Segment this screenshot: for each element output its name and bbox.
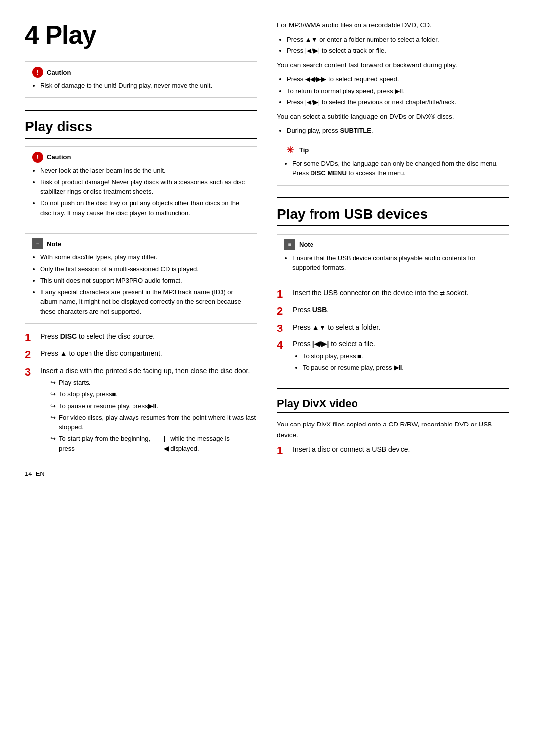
step-number-1: 1 bbox=[25, 331, 41, 344]
right-bullet-list-1: Press ▲▼ or enter a folder number to sel… bbox=[277, 35, 509, 56]
caution-header-1: ! Caution bbox=[32, 67, 250, 78]
divx-step-content-1: Insert a disc or connect a USB device. bbox=[293, 444, 509, 455]
chapter-number: 4 bbox=[25, 20, 39, 49]
section-divider-3 bbox=[277, 388, 509, 389]
section-divider-1 bbox=[25, 110, 257, 111]
note-icon-1: ≡ bbox=[32, 238, 43, 249]
usb-step-4: 4 Press |◀/▶| to select a file. To stop … bbox=[277, 339, 509, 377]
right-bullet-2-1: To return to normal play speed, press ▶I… bbox=[287, 86, 509, 96]
right-bullet-list-2: Press ◀◀/▶▶ to select required speed. To… bbox=[277, 74, 509, 107]
tip-list: For some DVDs, the language can only be … bbox=[284, 159, 502, 178]
note-box-usb: ≡ Note Ensure that the USB device contai… bbox=[277, 234, 509, 280]
caution-icon-2: ! bbox=[32, 152, 43, 163]
play-divx-title: Play DivX video bbox=[277, 397, 509, 413]
mp3-intro-text: For MP3/WMA audio files on a recordable … bbox=[277, 20, 509, 31]
page-lang: EN bbox=[36, 470, 44, 477]
note-item-1-0: With some disc/file types, play may diff… bbox=[40, 252, 250, 262]
usb-step-number-1: 1 bbox=[277, 288, 293, 301]
step-3-arrow-1: To stop play, press ■. bbox=[50, 389, 257, 399]
note-list-1: With some disc/file types, play may diff… bbox=[32, 252, 250, 316]
caution-list-2: Never look at the laser beam inside the … bbox=[32, 166, 250, 218]
subtitle-bold: SUBTITLE bbox=[340, 127, 371, 134]
usb-step-number-2: 2 bbox=[277, 305, 293, 318]
step-number-3: 3 bbox=[25, 366, 41, 378]
subtitle-text: You can select a subtitle language on DV… bbox=[277, 111, 509, 122]
step-1-bold: DISC bbox=[60, 332, 77, 340]
step-3-arrow-3: For video discs, play always resumes fro… bbox=[50, 413, 257, 432]
usb-bold: USB bbox=[312, 306, 327, 314]
chapter-title: 4 Play bbox=[25, 20, 257, 49]
caution-item-2-0: Never look at the laser beam inside the … bbox=[40, 166, 250, 176]
usb-step-3: 3 Press ▲▼ to select a folder. bbox=[277, 322, 509, 335]
caution-label-1: Caution bbox=[47, 69, 71, 76]
usb-step-content-1: Insert the USB connector on the device i… bbox=[293, 288, 509, 298]
divx-step-number-1: 1 bbox=[277, 444, 293, 457]
note-header-1: ≡ Note bbox=[32, 238, 250, 249]
page-number: 14 EN bbox=[25, 470, 257, 477]
subtitle-bullet-item: During play, press SUBTITLE. bbox=[287, 126, 509, 136]
step-3-arrow-list: Play starts. To stop play, press ■. To p… bbox=[41, 378, 257, 454]
tip-item-0: For some DVDs, the language can only be … bbox=[292, 159, 502, 178]
section-divider-2 bbox=[277, 197, 509, 198]
chapter-title-text: Play bbox=[45, 20, 96, 49]
note-label-1: Note bbox=[47, 240, 61, 248]
note-icon-usb: ≡ bbox=[284, 239, 295, 250]
right-bullet-1-1: Press |◀/▶| to select a track or file. bbox=[287, 46, 509, 56]
usb-step-content-4: Press |◀/▶| to select a file. To stop pl… bbox=[293, 339, 509, 377]
search-text: You can search content fast forward or b… bbox=[277, 60, 509, 71]
right-bullet-2-0: Press ◀◀/▶▶ to select required speed. bbox=[287, 74, 509, 84]
play-discs-steps: 1 Press DISC to select the disc source. … bbox=[25, 331, 257, 455]
step-3-arrow-2: To pause or resume play, press ▶II. bbox=[50, 401, 257, 411]
step-2: 2 Press ▲ to open the disc compartment. bbox=[25, 348, 257, 361]
step-number-2: 2 bbox=[25, 348, 41, 361]
step-2-bold: ▲ bbox=[60, 349, 67, 357]
usb-step-content-3: Press ▲▼ to select a folder. bbox=[293, 322, 509, 332]
step-3-arrow-4: To start play from the beginning, press … bbox=[50, 434, 257, 453]
step-3: 3 Insert a disc with the printed side fa… bbox=[25, 366, 257, 456]
step-content-2: Press ▲ to open the disc compartment. bbox=[41, 348, 257, 359]
right-bullet-2-2: Press |◀/▶| to select the previous or ne… bbox=[287, 97, 509, 107]
note-item-1-3: If any special characters are present in… bbox=[40, 287, 250, 317]
caution-header-2: ! Caution bbox=[32, 152, 250, 163]
note-list-usb: Ensure that the USB device contains play… bbox=[284, 253, 502, 273]
usb-steps: 1 Insert the USB connector on the device… bbox=[277, 288, 509, 377]
right-bullet-1-0: Press ▲▼ or enter a folder number to sel… bbox=[287, 35, 509, 45]
play-usb-title: Play from USB devices bbox=[277, 206, 509, 226]
note-header-usb: ≡ Note bbox=[284, 239, 502, 250]
subtitle-bullet-list: During play, press SUBTITLE. bbox=[277, 126, 509, 136]
tip-label: Tip bbox=[299, 146, 309, 154]
note-box-1: ≡ Note With some disc/file types, play m… bbox=[25, 233, 257, 324]
divx-intro-text: You can play DivX files copied onto a CD… bbox=[277, 419, 509, 440]
tip-box: ✳ Tip For some DVDs, the language can on… bbox=[277, 140, 509, 186]
note-item-1-1: Only the first session of a multi-sessio… bbox=[40, 264, 250, 274]
tip-icon: ✳ bbox=[284, 145, 295, 156]
usb-step-number-4: 4 bbox=[277, 339, 293, 352]
usb-step-2: 2 Press USB. bbox=[277, 305, 509, 318]
play-discs-title: Play discs bbox=[25, 119, 257, 139]
tip-header: ✳ Tip bbox=[284, 145, 502, 156]
step-content-3: Insert a disc with the printed side faci… bbox=[41, 366, 257, 456]
usb-step-4-bullet-0: To stop play, press ■. bbox=[303, 351, 509, 361]
usb-step-4-bullet-1: To pause or resume play, press ▶II. bbox=[303, 363, 509, 373]
usb-step-number-3: 3 bbox=[277, 322, 293, 335]
caution-list-1: Risk of damage to the unit! During play,… bbox=[32, 81, 250, 91]
usb-step-4-bullets: To stop play, press ■. To pause or resum… bbox=[293, 351, 509, 373]
usb-symbol: ⇄ bbox=[440, 289, 445, 298]
caution-box-1: ! Caution Risk of damage to the unit! Du… bbox=[25, 61, 257, 98]
divx-steps: 1 Insert a disc or connect a USB device. bbox=[277, 444, 509, 457]
usb-step-content-2: Press USB. bbox=[293, 305, 509, 315]
note-item-1-2: This unit does not support MP3PRO audio … bbox=[40, 276, 250, 285]
caution-box-2: ! Caution Never look at the laser beam i… bbox=[25, 146, 257, 226]
caution-label-2: Caution bbox=[47, 153, 71, 161]
caution-item-2-2: Do not push on the disc tray or put any … bbox=[40, 198, 250, 218]
divx-step-1: 1 Insert a disc or connect a USB device. bbox=[277, 444, 509, 457]
caution-icon-1: ! bbox=[32, 67, 43, 78]
step-3-arrow-0: Play starts. bbox=[50, 378, 257, 388]
disc-menu-bold: DISC MENU bbox=[311, 169, 347, 177]
page-num-value: 14 bbox=[25, 470, 32, 477]
step-content-1: Press DISC to select the disc source. bbox=[41, 331, 257, 342]
note-label-usb: Note bbox=[299, 241, 313, 248]
note-item-usb-0: Ensure that the USB device contains play… bbox=[292, 253, 502, 273]
step-1: 1 Press DISC to select the disc source. bbox=[25, 331, 257, 344]
usb-step-1: 1 Insert the USB connector on the device… bbox=[277, 288, 509, 301]
